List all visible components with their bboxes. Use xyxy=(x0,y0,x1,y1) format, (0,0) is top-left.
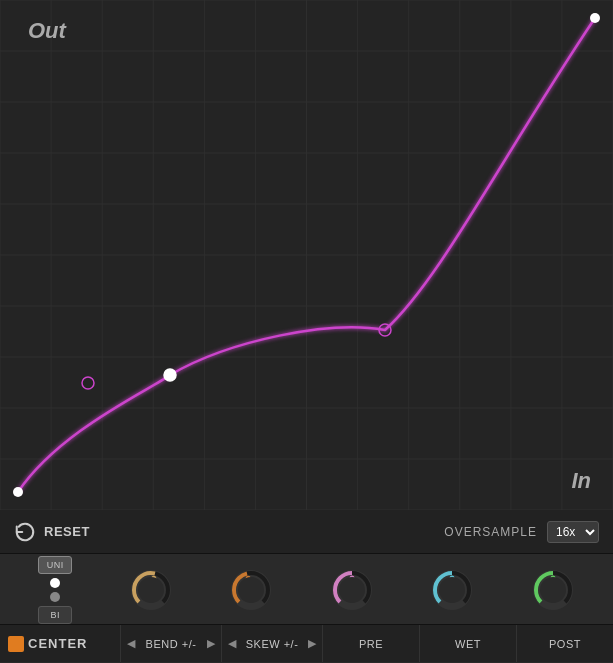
curve-canvas xyxy=(0,0,613,510)
knobs-row: UNI BI xyxy=(0,554,613,624)
bend-control: ◀ BEND +/- ▶ xyxy=(120,625,221,662)
uni-dot xyxy=(50,578,60,588)
bend-knob[interactable] xyxy=(126,565,176,615)
skew-param-label: SKEW +/- xyxy=(242,638,302,650)
top-controls: RESET OVERSAMPLE 1x 2x 4x 8x 16x xyxy=(0,510,613,554)
oversample-group: OVERSAMPLE 1x 2x 4x 8x 16x xyxy=(444,521,599,543)
bi-dot xyxy=(50,592,60,602)
uni-button[interactable]: UNI xyxy=(38,556,72,574)
uni-bi-group: UNI BI xyxy=(35,556,75,624)
pre-label: PRE xyxy=(341,638,401,650)
bend-left-arrow[interactable]: ◀ xyxy=(121,637,141,650)
skew-control: ◀ SKEW +/- ▶ xyxy=(221,625,322,662)
center-text: CENTER xyxy=(28,636,87,651)
skew-right-arrow[interactable]: ▶ xyxy=(302,637,322,650)
pre-knob[interactable] xyxy=(327,565,377,615)
oversample-label: OVERSAMPLE xyxy=(444,525,537,539)
pre-knob-group xyxy=(327,565,377,615)
wet-knob-group xyxy=(427,565,477,615)
out-label: Out xyxy=(28,18,66,44)
reset-icon xyxy=(14,521,36,543)
skew-left-arrow[interactable]: ◀ xyxy=(222,637,242,650)
oversample-select[interactable]: 1x 2x 4x 8x 16x xyxy=(547,521,599,543)
center-dot xyxy=(8,636,24,652)
wet-knob[interactable] xyxy=(427,565,477,615)
post-knob-group xyxy=(528,565,578,615)
reset-button[interactable]: RESET xyxy=(14,521,90,543)
wet-label: WET xyxy=(438,638,498,650)
controls-area: RESET OVERSAMPLE 1x 2x 4x 8x 16x UNI BI xyxy=(0,510,613,663)
post-control: POST xyxy=(516,625,613,662)
bend-right-arrow[interactable]: ▶ xyxy=(201,637,221,650)
in-label: In xyxy=(571,468,591,494)
labels-row: CENTER ◀ BEND +/- ▶ ◀ SKEW +/- ▶ PRE WET… xyxy=(0,624,613,662)
post-knob[interactable] xyxy=(528,565,578,615)
skew-knob[interactable] xyxy=(226,565,276,615)
post-label: POST xyxy=(535,638,595,650)
wet-control: WET xyxy=(419,625,516,662)
reset-label: RESET xyxy=(44,524,90,539)
center-label-group: CENTER xyxy=(0,625,120,662)
skew-knob-group xyxy=(226,565,276,615)
bend-knob-group xyxy=(126,565,176,615)
curve-display[interactable]: Out In xyxy=(0,0,613,510)
bi-button[interactable]: BI xyxy=(38,606,72,624)
pre-control: PRE xyxy=(322,625,419,662)
bend-param-label: BEND +/- xyxy=(141,638,201,650)
